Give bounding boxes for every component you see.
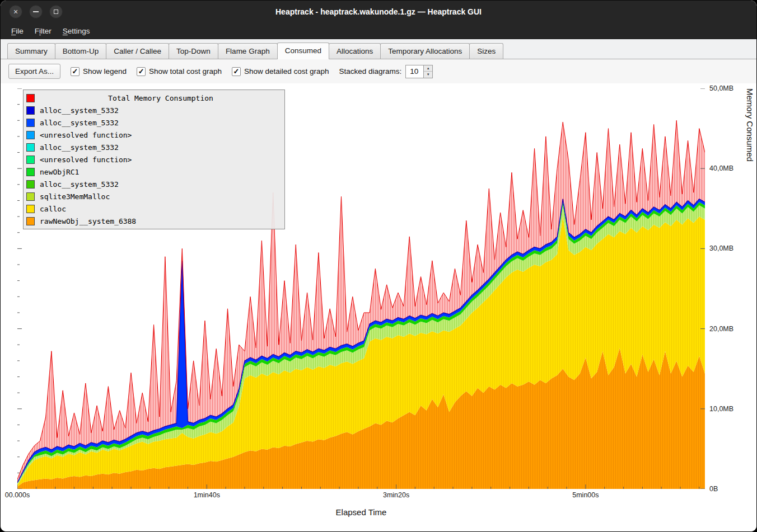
y-tick-label: 40,0MB [709, 164, 733, 172]
menu-bar: FileFilterSettings [1, 23, 756, 39]
legend-label: alloc__system_5332 [40, 180, 119, 189]
legend-swatch [26, 131, 35, 139]
window-controls: × [9, 5, 63, 18]
legend-label: newObjRC1 [40, 168, 79, 176]
checkbox-show-total-cost-graph[interactable]: ✓Show total cost graph [137, 67, 222, 76]
tab-bar: SummaryBottom-UpCaller / CalleeTop-DownF… [1, 39, 756, 59]
legend-swatch [26, 180, 35, 189]
toolbar-checkboxes: ✓Show legend✓Show total cost graph✓Show … [71, 67, 329, 76]
legend-label: <unresolved function> [40, 131, 132, 139]
legend-label: alloc__system_5332 [40, 143, 119, 152]
legend-label: sqlite3MemMalloc [40, 192, 110, 201]
checkbox-box[interactable]: ✓ [137, 67, 146, 76]
legend-label: alloc__system_5332 [40, 119, 119, 127]
legend-item: alloc__system_5332 [26, 116, 282, 129]
toolbar: Export As... ✓Show legend✓Show total cos… [1, 59, 756, 83]
x-tick-label: 3min20s [383, 491, 409, 499]
legend-swatch [26, 106, 35, 115]
y-tick-label: 10,0MB [709, 405, 733, 413]
close-button[interactable]: × [9, 5, 22, 18]
legend-swatch [26, 192, 35, 201]
x-tick-label: 5min00s [572, 491, 599, 499]
legend-swatch [26, 205, 35, 213]
legend-label: Total Memory Consumption [40, 94, 282, 102]
tab-flame-graph[interactable]: Flame Graph [218, 43, 278, 59]
legend-item: alloc__system_5332 [26, 141, 282, 153]
window-title: Heaptrack - heaptrack.wakunode.1.gz — He… [1, 7, 756, 16]
x-axis-ticks: 00.000s1min40s3min20s5min00s [1, 491, 756, 501]
checkbox-show-legend[interactable]: ✓Show legend [71, 67, 127, 76]
chart-legend: Total Memory Consumptionalloc__system_53… [23, 90, 285, 229]
app-window: × Heaptrack - heaptrack.wakunode.1.gz — … [0, 0, 757, 532]
chart-panel: Total Memory Consumptionalloc__system_53… [1, 83, 756, 531]
legend-item: calloc [26, 203, 282, 215]
checkbox-label: Show detailed cost graph [244, 67, 329, 76]
checkbox-show-detailed-cost-graph[interactable]: ✓Show detailed cost graph [232, 67, 329, 76]
legend-item: alloc__system_5332 [26, 104, 282, 116]
legend-swatch [26, 94, 35, 102]
legend-label: rawNewObj__system_6388 [40, 217, 136, 225]
checkbox-box[interactable]: ✓ [71, 67, 80, 76]
x-tick-label: 1min40s [194, 491, 220, 499]
x-axis-title: Elapsed Time [17, 507, 705, 517]
legend-swatch [26, 168, 35, 176]
legend-item: alloc__system_5332 [26, 178, 282, 190]
tab-consumed[interactable]: Consumed [277, 43, 329, 59]
menu-items: FileFilterSettings [6, 25, 95, 37]
title-bar[interactable]: × Heaptrack - heaptrack.wakunode.1.gz — … [1, 1, 756, 23]
legend-item: rawNewObj__system_6388 [26, 215, 282, 227]
legend-item: <unresolved function> [26, 153, 282, 166]
tab-sizes[interactable]: Sizes [469, 43, 503, 59]
tab-caller-callee[interactable]: Caller / Callee [106, 43, 169, 59]
minimize-icon [33, 11, 39, 12]
y-tick-label: 20,0MB [709, 325, 733, 333]
checkbox-box[interactable]: ✓ [232, 67, 241, 76]
stacked-diagrams-value[interactable]: 10 [405, 65, 423, 78]
stacked-diagrams-control: Stacked diagrams: 10 ▲ ▼ [339, 65, 433, 78]
spin-up-icon[interactable]: ▲ [424, 65, 432, 72]
y-axis-title: Memory Consumed [745, 88, 755, 489]
legend-item: newObjRC1 [26, 166, 282, 178]
stacked-diagrams-label: Stacked diagrams: [339, 67, 402, 76]
checkbox-label: Show legend [83, 67, 127, 76]
tab-summary[interactable]: Summary [7, 43, 55, 59]
export-as-button[interactable]: Export As... [8, 64, 60, 79]
spin-down-icon[interactable]: ▼ [424, 72, 432, 78]
maximize-button[interactable] [49, 5, 63, 18]
legend-swatch [26, 143, 35, 152]
legend-label: alloc__system_5332 [40, 106, 119, 115]
y-tick-label: 0B [709, 485, 718, 493]
legend-item: Total Memory Consumption [26, 92, 282, 104]
minimize-button[interactable] [29, 5, 43, 18]
maximize-icon [54, 10, 58, 14]
menu-filter[interactable]: Filter [30, 25, 57, 37]
tab-top-down[interactable]: Top-Down [169, 43, 218, 59]
tab-temporary-allocations[interactable]: Temporary Allocations [380, 43, 470, 59]
y-tick-label: 50,0MB [709, 84, 733, 92]
tab-allocations[interactable]: Allocations [329, 43, 381, 59]
legend-swatch [26, 217, 35, 225]
y-tick-label: 30,0MB [709, 244, 733, 252]
x-tick-label: 00.000s [5, 491, 30, 499]
legend-label: <unresolved function> [40, 156, 132, 164]
legend-swatch [26, 156, 35, 164]
menu-settings[interactable]: Settings [58, 25, 95, 37]
checkbox-label: Show total cost graph [149, 67, 222, 76]
stacked-diagrams-spinbox[interactable]: 10 ▲ ▼ [405, 65, 433, 78]
spin-buttons: ▲ ▼ [423, 65, 433, 78]
legend-swatch [26, 119, 35, 127]
menu-file[interactable]: File [6, 25, 29, 37]
legend-item: sqlite3MemMalloc [26, 190, 282, 203]
legend-label: calloc [40, 205, 66, 213]
legend-item: <unresolved function> [26, 129, 282, 141]
tab-bottom-up[interactable]: Bottom-Up [55, 43, 107, 59]
